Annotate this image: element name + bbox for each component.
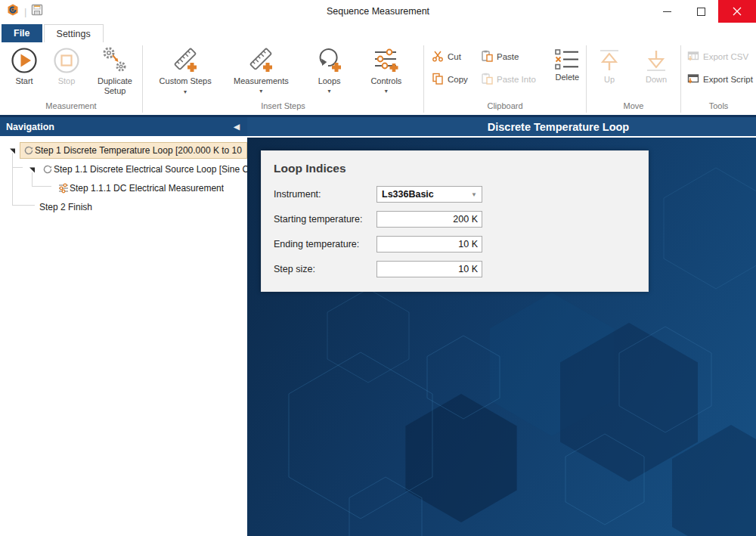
content-area: Loop Indices Instrument: Ls336Basic ▼ St… [247, 136, 756, 536]
title-bar: | Sequence Measurement [0, 0, 756, 23]
ribbon-tab-row: File Settings [0, 23, 756, 42]
stop-icon [52, 45, 81, 76]
dc-measurement-icon [57, 182, 70, 194]
tab-file[interactable]: File [2, 24, 42, 42]
expander-expanded-icon[interactable] [8, 146, 17, 155]
export-csv-icon [687, 50, 699, 64]
dropdown-arrow-icon: ▼ [471, 191, 477, 198]
duplicate-setup-button[interactable]: Duplicate Setup [91, 42, 139, 96]
content-header: Discrete Temperature Loop [247, 117, 756, 136]
arrow-up-icon [596, 46, 623, 75]
tree-item-step-1-1[interactable]: Step 1.1 Discrete Electrical Source Loop… [0, 160, 247, 178]
loop-icon [42, 163, 54, 175]
maximize-button[interactable] [684, 0, 718, 23]
dropdown-arrow-icon: ▾ [385, 86, 388, 96]
loop-icon [23, 144, 35, 156]
cut-button[interactable]: Cut [432, 50, 473, 63]
custom-steps-button[interactable]: Custom Steps ▾ [156, 42, 214, 97]
group-label-tools: Tools [681, 101, 756, 115]
ruler-plus-icon [170, 45, 200, 76]
quick-access-toolbar: | [0, 3, 43, 20]
paste-button[interactable]: Paste [481, 50, 541, 63]
dropdown-arrow-icon: ▾ [184, 88, 187, 95]
export-csv-button[interactable]: Export CSV [687, 50, 753, 63]
loop-plus-icon [314, 45, 345, 76]
move-up-button[interactable]: Up [593, 44, 625, 85]
tree-item-step-1-1-1[interactable]: Step 1.1.1 DC Electrical Measurement [0, 178, 247, 197]
ribbon-group-insert-steps: Custom Steps ▾ [143, 42, 423, 115]
ribbon-group-measurement: Start Stop [0, 42, 142, 115]
sliders-plus-icon [371, 45, 401, 76]
delete-button[interactable]: Delete [549, 42, 586, 82]
tree-item-selected-highlight: Step 1 Discrete Temperature Loop [200.00… [20, 142, 247, 159]
group-label-measurement: Measurement [0, 101, 142, 115]
export-script-icon [687, 73, 699, 86]
step-size-label: Step size: [274, 264, 376, 274]
tree-item-step-1[interactable]: Step 1 Discrete Temperature Loop [200.00… [0, 141, 247, 160]
group-label-clipboard: Clipboard [424, 101, 586, 115]
measurements-button[interactable]: Measurements ▾ [226, 42, 296, 96]
paste-into-icon [481, 73, 493, 86]
dropdown-arrow-icon: ▾ [259, 86, 262, 96]
stop-button[interactable]: Stop [48, 42, 85, 86]
start-button[interactable]: Start [6, 42, 42, 86]
arrow-down-icon [643, 46, 670, 75]
tab-settings[interactable]: Settings [44, 24, 104, 42]
window-title: Sequence Measurement [0, 0, 756, 23]
scissors-icon [432, 50, 444, 64]
group-label-move: Move [587, 101, 680, 115]
starting-temperature-input[interactable] [376, 211, 482, 228]
paste-icon [481, 50, 493, 64]
ending-temperature-input[interactable] [376, 236, 482, 253]
controls-button[interactable]: Controls ▾ [363, 42, 410, 96]
delete-list-icon [554, 47, 580, 73]
expander-expanded-icon[interactable] [27, 165, 36, 174]
ending-temperature-label: Ending temperature: [274, 239, 376, 249]
loops-button[interactable]: Loops ▾ [308, 42, 351, 96]
play-icon [10, 45, 39, 76]
copy-button[interactable]: Copy [432, 73, 473, 85]
panel-title: Loop Indices [274, 162, 636, 175]
navigation-header: Navigation ◀ [0, 117, 247, 136]
ribbon-group-tools: Export CSV Export Script T [681, 42, 756, 115]
app-window: | Sequence Measurement [0, 0, 756, 536]
duplicate-gears-icon [101, 45, 129, 76]
ribbon-group-move: Up Down Move [587, 42, 680, 115]
instrument-label: Instrument: [274, 189, 376, 200]
minimize-button[interactable] [650, 0, 684, 23]
ruler-plus-icon [246, 45, 276, 76]
collapse-left-icon[interactable]: ◀ [234, 122, 240, 131]
dropdown-arrow-icon: ▾ [328, 86, 331, 96]
group-label-insert-steps: Insert Steps [143, 101, 423, 115]
instrument-dropdown[interactable]: Ls336Basic ▼ [376, 186, 482, 203]
starting-temperature-label: Starting temperature: [274, 214, 376, 225]
paste-into-button[interactable]: Paste Into [481, 73, 541, 85]
close-button[interactable] [718, 0, 756, 23]
export-script-button[interactable]: Export Script [687, 73, 753, 85]
save-icon[interactable] [31, 4, 43, 19]
move-down-button[interactable]: Down [639, 44, 674, 85]
app-logo-icon [6, 3, 20, 20]
loop-indices-panel: Loop Indices Instrument: Ls336Basic ▼ St… [261, 150, 649, 292]
tree-item-step-2[interactable]: Step 2 Finish [0, 197, 247, 216]
ribbon-group-clipboard: Cut Copy [424, 42, 586, 115]
navigation-panel: Step 1 Discrete Temperature Loop [200.00… [0, 136, 247, 536]
ribbon: Start Stop [0, 42, 756, 115]
toolbar-separator: | [24, 6, 26, 17]
step-size-input[interactable] [376, 261, 482, 277]
copy-icon [432, 73, 444, 86]
